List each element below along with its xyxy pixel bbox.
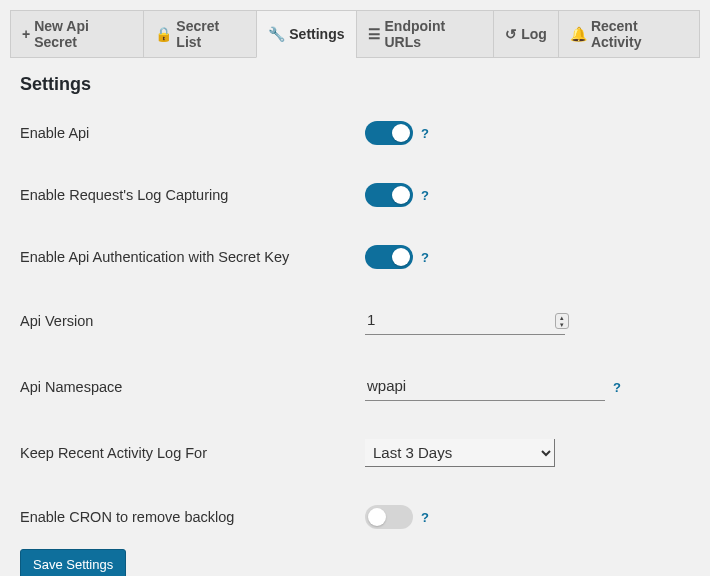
row-enable-auth: Enable Api Authentication with Secret Ke… bbox=[20, 245, 690, 269]
page-title: Settings bbox=[20, 74, 690, 95]
row-enable-log: Enable Request's Log Capturing ? bbox=[20, 183, 690, 207]
toggle-enable-api[interactable] bbox=[365, 121, 413, 145]
plus-icon: + bbox=[22, 27, 30, 41]
row-api-namespace: Api Namespace ? bbox=[20, 373, 690, 401]
tab-label: Endpoint URLs bbox=[385, 18, 483, 50]
row-api-version: Api Version ▴ ▾ bbox=[20, 307, 690, 335]
label-enable-api: Enable Api bbox=[20, 125, 365, 141]
label-enable-auth: Enable Api Authentication with Secret Ke… bbox=[20, 249, 365, 265]
help-icon[interactable]: ? bbox=[421, 250, 429, 265]
chevron-up-icon[interactable]: ▴ bbox=[556, 314, 568, 321]
tab-recent-activity[interactable]: 🔔 Recent Activity bbox=[558, 10, 700, 58]
lock-icon: 🔒 bbox=[155, 27, 172, 41]
tab-label: Log bbox=[521, 26, 547, 42]
tab-endpoint-urls[interactable]: ☰ Endpoint URLs bbox=[356, 10, 495, 58]
settings-panel: Settings Enable Api ? Enable Request's L… bbox=[10, 58, 700, 576]
label-api-namespace: Api Namespace bbox=[20, 379, 365, 395]
tab-log[interactable]: ↺ Log bbox=[493, 10, 559, 58]
label-api-version: Api Version bbox=[20, 313, 365, 329]
bell-icon: 🔔 bbox=[570, 27, 587, 41]
help-icon[interactable]: ? bbox=[421, 126, 429, 141]
keep-log-select[interactable]: Last 3 Days bbox=[365, 439, 555, 467]
history-icon: ↺ bbox=[505, 27, 517, 41]
tab-label: Recent Activity bbox=[591, 18, 688, 50]
tab-bar: + New Api Secret 🔒 Secret List 🔧 Setting… bbox=[10, 10, 700, 58]
row-enable-api: Enable Api ? bbox=[20, 121, 690, 145]
tab-new-api-secret[interactable]: + New Api Secret bbox=[10, 10, 144, 58]
tab-settings[interactable]: 🔧 Settings bbox=[256, 10, 356, 58]
tab-label: Secret List bbox=[176, 18, 245, 50]
api-namespace-input[interactable] bbox=[365, 373, 605, 401]
row-keep-log: Keep Recent Activity Log For Last 3 Days bbox=[20, 439, 690, 467]
toggle-enable-auth[interactable] bbox=[365, 245, 413, 269]
row-enable-cron: Enable CRON to remove backlog ? bbox=[20, 505, 690, 529]
number-stepper[interactable]: ▴ ▾ bbox=[555, 313, 569, 329]
help-icon[interactable]: ? bbox=[421, 510, 429, 525]
save-settings-button[interactable]: Save Settings bbox=[20, 549, 126, 576]
wrench-icon: 🔧 bbox=[268, 27, 285, 41]
help-icon[interactable]: ? bbox=[613, 380, 621, 395]
toggle-enable-cron[interactable] bbox=[365, 505, 413, 529]
toggle-enable-log[interactable] bbox=[365, 183, 413, 207]
tab-label: New Api Secret bbox=[34, 18, 132, 50]
api-version-input[interactable] bbox=[365, 307, 565, 335]
list-icon: ☰ bbox=[368, 27, 381, 41]
label-keep-log: Keep Recent Activity Log For bbox=[20, 445, 365, 461]
label-enable-log: Enable Request's Log Capturing bbox=[20, 187, 365, 203]
help-icon[interactable]: ? bbox=[421, 188, 429, 203]
tab-secret-list[interactable]: 🔒 Secret List bbox=[143, 10, 257, 58]
chevron-down-icon[interactable]: ▾ bbox=[556, 321, 568, 328]
label-enable-cron: Enable CRON to remove backlog bbox=[20, 509, 365, 525]
tab-label: Settings bbox=[289, 26, 344, 42]
